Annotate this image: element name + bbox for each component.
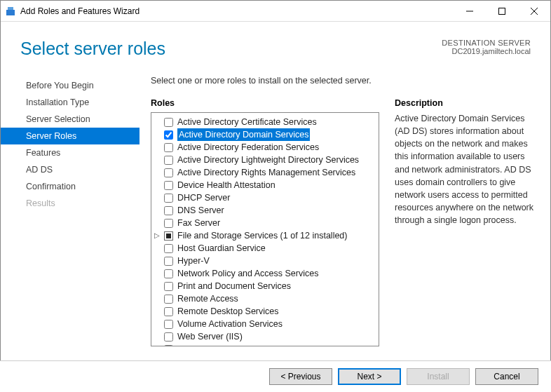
role-checkbox[interactable]	[164, 219, 173, 228]
role-label: Remote Desktop Services	[177, 305, 279, 318]
role-checkbox[interactable]	[164, 143, 173, 152]
svg-rect-3	[499, 8, 505, 14]
wizard-step-4[interactable]: Features	[1, 144, 140, 161]
previous-button[interactable]: < Previous	[269, 368, 332, 385]
role-checkbox[interactable]	[164, 282, 173, 291]
role-label: Fax Server	[177, 217, 220, 229]
role-item[interactable]: Device Health Attestation	[153, 179, 377, 191]
role-item[interactable]: Print and Document Services	[153, 280, 377, 292]
role-checkbox[interactable]	[164, 320, 173, 329]
instruction-text: Select one or more roles to install on t…	[151, 76, 536, 86]
role-label: Network Policy and Access Services	[177, 267, 318, 280]
role-checkbox[interactable]	[164, 168, 173, 177]
role-checkbox[interactable]	[164, 194, 173, 203]
roles-listbox[interactable]: Active Directory Certificate ServicesAct…	[151, 112, 379, 346]
close-button[interactable]	[518, 1, 550, 22]
destination-label: DESTINATION SERVER	[442, 39, 531, 47]
role-label: Hyper-V	[177, 255, 210, 267]
svg-rect-0	[6, 10, 15, 15]
role-label: Windows Deployment Services	[177, 343, 298, 346]
role-checkbox[interactable]	[164, 345, 173, 347]
role-label: Active Directory Lightweight Directory S…	[177, 154, 359, 166]
wizard-steps: Before You BeginInstallation TypeServer …	[1, 66, 140, 346]
titlebar: Add Roles and Features Wizard	[1, 1, 550, 22]
role-item[interactable]: Active Directory Domain Services	[153, 128, 377, 141]
role-checkbox-mixed[interactable]	[164, 231, 173, 241]
minimize-button[interactable]	[454, 1, 486, 22]
role-item[interactable]: Hyper-V	[153, 255, 377, 267]
role-item[interactable]: Fax Server	[153, 217, 377, 229]
role-item[interactable]: Active Directory Rights Management Servi…	[153, 166, 377, 179]
role-item[interactable]: DNS Server	[153, 204, 377, 217]
svg-rect-1	[8, 7, 13, 10]
role-item[interactable]: Volume Activation Services	[153, 318, 377, 330]
role-label: Active Directory Federation Services	[177, 141, 319, 154]
role-checkbox[interactable]	[164, 156, 173, 165]
role-label: Web Server (IIS)	[177, 330, 243, 343]
wizard-step-1[interactable]: Installation Type	[1, 94, 140, 111]
role-label: Active Directory Domain Services	[177, 128, 310, 141]
role-item[interactable]: DHCP Server	[153, 191, 377, 204]
role-checkbox[interactable]	[164, 257, 173, 266]
role-checkbox[interactable]	[164, 206, 173, 215]
role-item[interactable]: ▷File and Storage Services (1 of 12 inst…	[153, 229, 377, 242]
destination-server: DESTINATION SERVER DC2019.jamiltech.loca…	[442, 39, 531, 55]
role-item[interactable]: Web Server (IIS)	[153, 330, 377, 343]
role-item[interactable]: Windows Deployment Services	[153, 343, 377, 346]
install-button[interactable]: Install	[407, 368, 470, 385]
role-label: Active Directory Certificate Services	[177, 116, 317, 128]
wizard-step-3[interactable]: Server Roles	[1, 128, 140, 144]
wizard-step-7: Results	[1, 195, 140, 212]
panels: Roles Active Directory Certificate Servi…	[151, 98, 536, 346]
maximize-button[interactable]	[486, 1, 518, 22]
cancel-button[interactable]: Cancel	[475, 368, 538, 385]
expand-icon[interactable]: ▷	[154, 229, 160, 242]
role-item[interactable]: Host Guardian Service	[153, 242, 377, 255]
role-checkbox[interactable]	[164, 244, 173, 253]
role-item[interactable]: Active Directory Lightweight Directory S…	[153, 154, 377, 166]
role-item[interactable]: Network Policy and Access Services	[153, 267, 377, 280]
role-checkbox[interactable]	[164, 332, 173, 342]
role-item[interactable]: Remote Access	[153, 292, 377, 305]
role-checkbox[interactable]	[164, 307, 173, 316]
page-header: Select server roles DESTINATION SERVER D…	[1, 22, 550, 66]
window-controls	[454, 1, 550, 22]
role-label: DNS Server	[177, 204, 224, 217]
wizard-step-5[interactable]: AD DS	[1, 161, 140, 178]
role-item[interactable]: Active Directory Federation Services	[153, 141, 377, 154]
description-panel: Description Active Directory Domain Serv…	[395, 98, 536, 346]
role-label: Remote Access	[177, 292, 238, 305]
main-panel: Select one or more roles to install on t…	[140, 66, 540, 346]
roles-heading: Roles	[151, 98, 379, 108]
destination-value: DC2019.jamiltech.local	[442, 47, 531, 55]
page-title: Select server roles	[20, 39, 165, 59]
role-label: Device Health Attestation	[177, 179, 276, 191]
app-icon	[5, 6, 16, 17]
next-button[interactable]: Next >	[338, 368, 401, 385]
wizard-step-0[interactable]: Before You Begin	[1, 77, 140, 94]
role-checkbox[interactable]	[164, 295, 173, 304]
role-checkbox[interactable]	[164, 269, 173, 278]
wizard-step-6[interactable]: Confirmation	[1, 178, 140, 195]
role-label: Volume Activation Services	[177, 318, 283, 330]
role-label: File and Storage Services (1 of 12 insta…	[177, 229, 348, 242]
role-checkbox[interactable]	[164, 130, 173, 140]
description-text: Active Directory Domain Services (AD DS)…	[395, 112, 536, 227]
description-heading: Description	[395, 98, 536, 108]
content: Before You BeginInstallation TypeServer …	[1, 66, 550, 346]
role-label: Active Directory Rights Management Servi…	[177, 166, 355, 179]
wizard-step-2[interactable]: Server Selection	[1, 111, 140, 128]
role-label: DHCP Server	[177, 191, 230, 204]
role-checkbox[interactable]	[164, 181, 173, 190]
window-title: Add Roles and Features Wizard	[20, 6, 454, 16]
role-label: Print and Document Services	[177, 280, 291, 292]
wizard-buttons: < Previous Next > Install Cancel	[0, 360, 551, 392]
role-item[interactable]: Active Directory Certificate Services	[153, 116, 377, 128]
role-checkbox[interactable]	[164, 118, 173, 127]
role-label: Host Guardian Service	[177, 242, 266, 255]
role-item[interactable]: Remote Desktop Services	[153, 305, 377, 318]
roles-panel: Roles Active Directory Certificate Servi…	[151, 98, 379, 346]
